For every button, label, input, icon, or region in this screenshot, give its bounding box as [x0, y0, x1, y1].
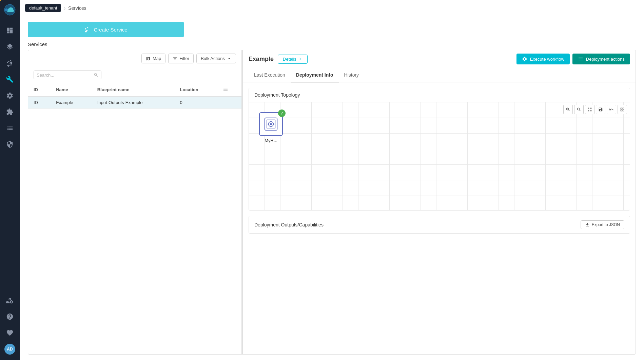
sidebar-logo[interactable]: EXPIRED	[0, 0, 20, 20]
col-header-location: Location	[175, 83, 218, 97]
details-button[interactable]: Details	[278, 55, 308, 64]
right-panel: Example Details	[243, 50, 636, 354]
topology-canvas: ✓ MyR...	[249, 102, 630, 210]
left-panel: Map Filter Bulk Actions	[28, 50, 242, 354]
export-json-label: Export to JSON	[592, 222, 620, 227]
chevron-down-icon	[227, 56, 232, 61]
deployment-actions-button[interactable]: Deployment actions	[572, 54, 630, 64]
menu-lines-icon	[578, 56, 583, 62]
col-header-actions	[217, 83, 241, 97]
puzzle-icon	[6, 108, 14, 116]
table-row[interactable]: ID Example Input-Outputs-Example 0	[28, 97, 241, 109]
sidebar-item-layers[interactable]	[0, 39, 20, 55]
node-box: ✓	[259, 112, 283, 136]
services-section: Services Map	[28, 41, 636, 355]
zoom-in-button[interactable]	[563, 105, 573, 114]
details-label: Details	[283, 57, 296, 62]
topology-node[interactable]: ✓ MyR...	[259, 112, 283, 143]
topology-grid	[249, 102, 630, 210]
tab-history[interactable]: History	[339, 68, 365, 82]
sidebar-item-list[interactable]	[0, 120, 20, 136]
topology-controls	[563, 105, 627, 114]
table-header-row: ID Name Blueprint name Location	[28, 83, 241, 97]
breadcrumb-services: Services	[68, 5, 86, 11]
sidebar-navigation	[0, 20, 20, 292]
rocket-small-icon	[84, 26, 90, 33]
dashboard-icon	[6, 27, 14, 34]
person-settings-icon	[6, 297, 14, 304]
map-button[interactable]: Map	[141, 54, 165, 63]
right-header-actions: Execute workflow Deployment actions	[516, 54, 630, 64]
sidebar-item-help[interactable]	[4, 308, 15, 325]
undo-button[interactable]	[607, 105, 616, 114]
sidebar-item-avatar[interactable]: AD	[4, 341, 15, 357]
create-service-button[interactable]: Create Service	[28, 22, 184, 37]
tenant-badge[interactable]: default_tenant	[25, 4, 61, 12]
search-input[interactable]	[37, 73, 92, 78]
tab-last-execution[interactable]: Last Execution	[249, 68, 291, 82]
node-status-check: ✓	[278, 109, 286, 117]
sidebar-item-admin[interactable]	[4, 292, 15, 308]
toolbar-row: Map Filter Bulk Actions	[28, 50, 241, 67]
search-box	[34, 71, 101, 79]
heart-icon	[6, 329, 14, 337]
cloud-icon	[4, 4, 16, 16]
right-header-left: Example Details	[249, 55, 308, 64]
filter-label: Filter	[179, 56, 189, 61]
fit-button[interactable]	[585, 105, 594, 114]
sidebar-item-dashboard[interactable]	[0, 22, 20, 39]
zoom-in-icon	[566, 107, 570, 112]
sidebar: EXPIRED	[0, 0, 20, 360]
col-header-name: Name	[51, 83, 92, 97]
search-row	[28, 67, 241, 83]
execute-icon	[522, 56, 527, 62]
right-panel-header: Example Details	[243, 50, 636, 68]
sidebar-item-health[interactable]	[4, 325, 15, 341]
deployment-body: Deployment Topology	[243, 82, 636, 354]
execute-workflow-button[interactable]: Execute workflow	[516, 54, 570, 64]
layout-icon	[620, 107, 625, 112]
outputs-header: Deployment Outputs/Capabilities Export t…	[249, 216, 630, 233]
create-service-label: Create Service	[94, 27, 127, 33]
map-icon	[146, 56, 151, 61]
sidebar-item-plugins[interactable]	[0, 104, 20, 120]
map-label: Map	[153, 56, 161, 61]
filter-icon	[173, 56, 177, 61]
bulk-actions-label: Bulk Actions	[201, 56, 225, 61]
fit-icon	[587, 107, 592, 112]
help-icon	[6, 313, 14, 320]
sidebar-item-services[interactable]	[0, 71, 20, 87]
topology-header: Deployment Topology	[249, 88, 630, 102]
col-header-blueprint: Blueprint name	[92, 83, 175, 97]
cell-actions	[217, 97, 241, 109]
save-topology-button[interactable]	[596, 105, 605, 114]
svg-point-5	[270, 123, 272, 125]
export-json-button[interactable]: Export to JSON	[581, 220, 624, 229]
zoom-out-icon	[577, 107, 581, 112]
list-icon	[6, 124, 14, 132]
cell-name: Example	[51, 97, 92, 109]
deployment-actions-label: Deployment actions	[586, 57, 625, 62]
sidebar-item-system-settings[interactable]	[0, 136, 20, 153]
cog-icon	[6, 92, 14, 99]
tab-deployment-info[interactable]: Deployment Info	[291, 68, 339, 82]
gear-icon	[6, 141, 14, 148]
zoom-out-button[interactable]	[574, 105, 584, 114]
col-header-id: ID	[28, 83, 51, 97]
topbar: default_tenant › Services	[20, 0, 644, 16]
column-options-icon	[223, 86, 228, 92]
save-icon	[598, 107, 603, 112]
filter-button[interactable]: Filter	[168, 54, 194, 63]
sidebar-item-settings[interactable]	[0, 87, 20, 104]
services-body: Map Filter Bulk Actions	[28, 50, 636, 355]
topology-card: Deployment Topology	[249, 88, 630, 211]
outputs-title: Deployment Outputs/Capabilities	[254, 222, 324, 227]
cell-blueprint: Input-Outputs-Example	[92, 97, 175, 109]
layout-button[interactable]	[618, 105, 627, 114]
services-table: ID Name Blueprint name Location	[28, 83, 241, 354]
sidebar-bottom: AD	[4, 292, 15, 360]
bulk-actions-button[interactable]: Bulk Actions	[196, 54, 236, 63]
avatar[interactable]: AD	[4, 344, 15, 355]
sidebar-item-rocket[interactable]	[0, 55, 20, 71]
wrench-icon	[6, 76, 14, 83]
